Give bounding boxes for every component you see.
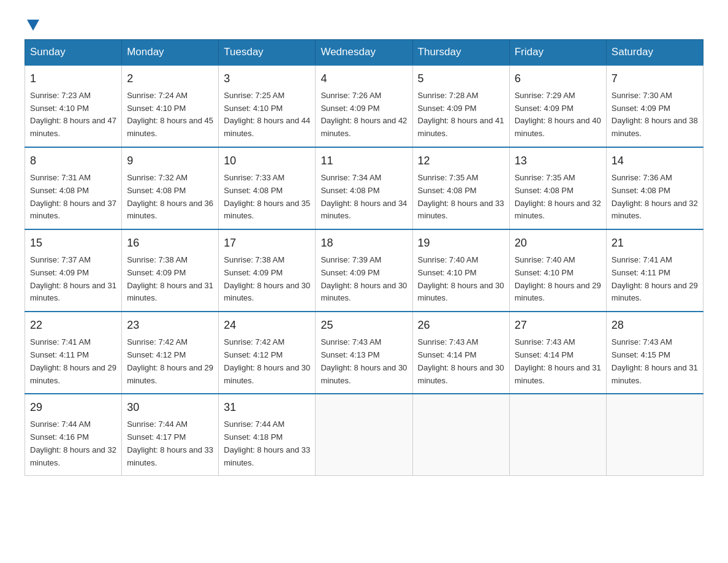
day-number: 13 — [515, 153, 601, 170]
calendar-cell: 28Sunrise: 7:43 AMSunset: 4:15 PMDayligh… — [606, 312, 703, 394]
day-info: Sunrise: 7:31 AMSunset: 4:08 PMDaylight:… — [30, 172, 116, 223]
calendar-cell: 31Sunrise: 7:44 AMSunset: 4:18 PMDayligh… — [219, 394, 316, 476]
day-number: 5 — [418, 71, 504, 88]
day-number: 21 — [612, 235, 698, 252]
day-info: Sunrise: 7:33 AMSunset: 4:08 PMDaylight:… — [224, 172, 310, 223]
calendar-cell: 29Sunrise: 7:44 AMSunset: 4:16 PMDayligh… — [25, 394, 122, 476]
calendar-cell: 20Sunrise: 7:40 AMSunset: 4:10 PMDayligh… — [509, 229, 606, 312]
day-info: Sunrise: 7:35 AMSunset: 4:08 PMDaylight:… — [515, 172, 601, 223]
day-number: 27 — [515, 317, 601, 334]
day-info: Sunrise: 7:34 AMSunset: 4:08 PMDaylight:… — [320, 172, 407, 223]
logo-top — [25, 18, 39, 29]
day-number: 11 — [320, 153, 407, 170]
day-number: 24 — [224, 317, 310, 334]
day-number: 23 — [127, 317, 213, 334]
day-number: 7 — [612, 71, 698, 88]
logo-triangle-icon — [27, 20, 39, 31]
calendar-cell: 23Sunrise: 7:42 AMSunset: 4:12 PMDayligh… — [122, 312, 219, 394]
calendar-cell: 16Sunrise: 7:38 AMSunset: 4:09 PMDayligh… — [122, 229, 219, 312]
day-number: 20 — [515, 235, 601, 252]
day-info: Sunrise: 7:35 AMSunset: 4:08 PMDaylight:… — [418, 172, 504, 223]
week-row-4: 22Sunrise: 7:41 AMSunset: 4:11 PMDayligh… — [25, 312, 703, 394]
calendar-cell: 15Sunrise: 7:37 AMSunset: 4:09 PMDayligh… — [25, 229, 122, 312]
day-info: Sunrise: 7:38 AMSunset: 4:09 PMDaylight:… — [127, 254, 213, 305]
day-number: 29 — [30, 399, 116, 416]
week-row-2: 8Sunrise: 7:31 AMSunset: 4:08 PMDaylight… — [25, 147, 703, 229]
calendar-cell: 22Sunrise: 7:41 AMSunset: 4:11 PMDayligh… — [25, 312, 122, 394]
week-row-1: 1Sunrise: 7:23 AMSunset: 4:10 PMDaylight… — [25, 65, 703, 147]
day-info: Sunrise: 7:43 AMSunset: 4:14 PMDaylight:… — [515, 336, 601, 387]
day-info: Sunrise: 7:42 AMSunset: 4:12 PMDaylight:… — [127, 336, 213, 387]
calendar-cell: 25Sunrise: 7:43 AMSunset: 4:13 PMDayligh… — [316, 312, 412, 394]
day-info: Sunrise: 7:24 AMSunset: 4:10 PMDaylight:… — [127, 90, 213, 140]
day-info: Sunrise: 7:25 AMSunset: 4:10 PMDaylight:… — [224, 90, 310, 140]
weekday-header-thursday: Thursday — [412, 40, 509, 66]
weekday-header-row: SundayMondayTuesdayWednesdayThursdayFrid… — [25, 40, 703, 66]
day-number: 6 — [515, 71, 601, 88]
day-number: 9 — [127, 153, 213, 170]
calendar-cell: 19Sunrise: 7:40 AMSunset: 4:10 PMDayligh… — [412, 229, 509, 312]
day-info: Sunrise: 7:41 AMSunset: 4:11 PMDaylight:… — [30, 336, 116, 387]
calendar-cell: 7Sunrise: 7:30 AMSunset: 4:09 PMDaylight… — [606, 65, 703, 147]
calendar-cell: 27Sunrise: 7:43 AMSunset: 4:14 PMDayligh… — [509, 312, 606, 394]
weekday-header-sunday: Sunday — [25, 40, 122, 66]
day-number: 15 — [30, 235, 116, 252]
day-info: Sunrise: 7:29 AMSunset: 4:09 PMDaylight:… — [515, 90, 601, 140]
calendar-cell: 11Sunrise: 7:34 AMSunset: 4:08 PMDayligh… — [316, 147, 412, 229]
day-number: 17 — [224, 235, 310, 252]
day-number: 19 — [418, 235, 504, 252]
day-info: Sunrise: 7:44 AMSunset: 4:17 PMDaylight:… — [127, 418, 213, 469]
calendar-cell — [509, 394, 606, 476]
weekday-header-wednesday: Wednesday — [316, 40, 412, 66]
logo — [25, 18, 39, 27]
weekday-header-tuesday: Tuesday — [219, 40, 316, 66]
day-info: Sunrise: 7:28 AMSunset: 4:09 PMDaylight:… — [418, 90, 504, 140]
calendar-cell: 26Sunrise: 7:43 AMSunset: 4:14 PMDayligh… — [412, 312, 509, 394]
week-row-5: 29Sunrise: 7:44 AMSunset: 4:16 PMDayligh… — [25, 394, 703, 476]
day-number: 3 — [224, 71, 310, 88]
calendar-cell: 9Sunrise: 7:32 AMSunset: 4:08 PMDaylight… — [122, 147, 219, 229]
day-number: 16 — [127, 235, 213, 252]
page-header — [25, 18, 703, 27]
day-info: Sunrise: 7:42 AMSunset: 4:12 PMDaylight:… — [224, 336, 310, 387]
day-number: 12 — [418, 153, 504, 170]
calendar-cell: 6Sunrise: 7:29 AMSunset: 4:09 PMDaylight… — [509, 65, 606, 147]
day-number: 1 — [30, 71, 116, 88]
day-info: Sunrise: 7:41 AMSunset: 4:11 PMDaylight:… — [612, 254, 698, 305]
calendar-cell: 8Sunrise: 7:31 AMSunset: 4:08 PMDaylight… — [25, 147, 122, 229]
day-info: Sunrise: 7:32 AMSunset: 4:08 PMDaylight:… — [127, 172, 213, 223]
day-info: Sunrise: 7:44 AMSunset: 4:18 PMDaylight:… — [224, 418, 310, 469]
day-info: Sunrise: 7:38 AMSunset: 4:09 PMDaylight:… — [224, 254, 310, 305]
day-number: 22 — [30, 317, 116, 334]
day-number: 8 — [30, 153, 116, 170]
day-number: 30 — [127, 399, 213, 416]
day-info: Sunrise: 7:43 AMSunset: 4:13 PMDaylight:… — [320, 336, 407, 387]
calendar-cell: 3Sunrise: 7:25 AMSunset: 4:10 PMDaylight… — [219, 65, 316, 147]
day-info: Sunrise: 7:23 AMSunset: 4:10 PMDaylight:… — [30, 90, 116, 140]
weekday-header-friday: Friday — [509, 40, 606, 66]
calendar-cell: 2Sunrise: 7:24 AMSunset: 4:10 PMDaylight… — [122, 65, 219, 147]
day-number: 14 — [612, 153, 698, 170]
day-info: Sunrise: 7:26 AMSunset: 4:09 PMDaylight:… — [320, 90, 407, 140]
calendar-cell: 21Sunrise: 7:41 AMSunset: 4:11 PMDayligh… — [606, 229, 703, 312]
calendar-cell: 14Sunrise: 7:36 AMSunset: 4:08 PMDayligh… — [606, 147, 703, 229]
day-number: 18 — [320, 235, 407, 252]
calendar-cell: 13Sunrise: 7:35 AMSunset: 4:08 PMDayligh… — [509, 147, 606, 229]
day-info: Sunrise: 7:36 AMSunset: 4:08 PMDaylight:… — [612, 172, 698, 223]
calendar-cell: 18Sunrise: 7:39 AMSunset: 4:09 PMDayligh… — [316, 229, 412, 312]
calendar-cell: 24Sunrise: 7:42 AMSunset: 4:12 PMDayligh… — [219, 312, 316, 394]
day-number: 28 — [612, 317, 698, 334]
day-info: Sunrise: 7:37 AMSunset: 4:09 PMDaylight:… — [30, 254, 116, 305]
day-number: 2 — [127, 71, 213, 88]
calendar-cell: 10Sunrise: 7:33 AMSunset: 4:08 PMDayligh… — [219, 147, 316, 229]
day-number: 26 — [418, 317, 504, 334]
day-info: Sunrise: 7:40 AMSunset: 4:10 PMDaylight:… — [515, 254, 601, 305]
weekday-header-saturday: Saturday — [606, 40, 703, 66]
day-info: Sunrise: 7:44 AMSunset: 4:16 PMDaylight:… — [30, 418, 116, 469]
calendar-cell: 1Sunrise: 7:23 AMSunset: 4:10 PMDaylight… — [25, 65, 122, 147]
calendar-cell: 5Sunrise: 7:28 AMSunset: 4:09 PMDaylight… — [412, 65, 509, 147]
calendar-cell: 12Sunrise: 7:35 AMSunset: 4:08 PMDayligh… — [412, 147, 509, 229]
day-info: Sunrise: 7:43 AMSunset: 4:14 PMDaylight:… — [418, 336, 504, 387]
calendar-cell: 4Sunrise: 7:26 AMSunset: 4:09 PMDaylight… — [316, 65, 412, 147]
day-info: Sunrise: 7:43 AMSunset: 4:15 PMDaylight:… — [612, 336, 698, 387]
